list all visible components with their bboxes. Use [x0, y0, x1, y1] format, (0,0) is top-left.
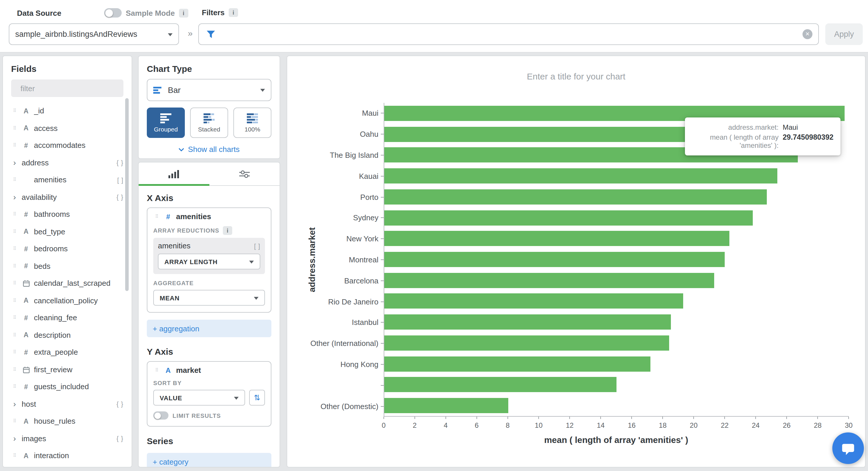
field-filter-input[interactable] — [21, 84, 123, 93]
bar-porto[interactable] — [384, 189, 767, 205]
sample-mode-info-icon[interactable]: i — [179, 8, 188, 17]
field-item-cleaning_fee[interactable]: ⠿#cleaning_fee — [11, 309, 123, 326]
field-item-house_rules[interactable]: ⠿Ahouse_rules — [11, 412, 123, 430]
bar-row — [384, 395, 849, 416]
string-type-icon: A — [22, 332, 30, 339]
bar-hong-kong[interactable] — [384, 356, 650, 371]
bar-blank[interactable] — [384, 377, 617, 393]
object-type-icon: { } — [116, 159, 123, 166]
drag-handle-icon: ⠿ — [11, 108, 18, 114]
field-item-description[interactable]: ⠿Adescription — [11, 326, 123, 344]
field-item-beds[interactable]: ⠿#beds — [11, 258, 123, 275]
bar-other-domestic[interactable] — [384, 398, 508, 413]
chart-subtypes: Grouped Stacked 100% — [147, 107, 271, 138]
drag-handle-icon: ⠿ — [11, 333, 18, 338]
field-item-extra_people[interactable]: ⠿#extra_people — [11, 344, 123, 361]
chart-tooltip: address.market:Mauimean ( length of arra… — [685, 117, 840, 156]
number-type-icon: # — [164, 212, 172, 221]
x-tick-12: 12 — [566, 417, 574, 430]
x-tick-6: 6 — [475, 417, 478, 430]
chart-type-panel: Chart Type Bar Grouped Stacked — [138, 56, 280, 159]
field-item-access[interactable]: ⠿Aaccess — [11, 120, 123, 137]
add-aggregation-button[interactable]: + aggregation — [147, 319, 271, 337]
tab-encodings[interactable] — [138, 163, 209, 185]
field-name: extra_people — [34, 348, 123, 357]
filter-input-box[interactable]: × — [198, 23, 819, 45]
aggregate-select[interactable]: MEAN — [153, 290, 265, 306]
tooltip-grid: address.market:Mauimean ( length of arra… — [692, 123, 834, 149]
field-item-images[interactable]: ›images{ } — [11, 430, 123, 447]
clear-filter-icon[interactable]: × — [803, 29, 812, 39]
array-reductions-info-icon[interactable]: i — [223, 226, 232, 235]
number-type-icon: # — [22, 383, 30, 390]
tab-customize[interactable] — [209, 163, 280, 185]
bar-sydney[interactable] — [384, 210, 753, 225]
bar-istanbul[interactable] — [384, 314, 671, 330]
field-item-cancellation_policy[interactable]: ⠿Acancellation_policy — [11, 292, 123, 309]
fields-list: ⠿A_id⠿Aaccess⠿#accommodates›address{ }⠿a… — [11, 102, 123, 468]
field-name: availability — [22, 193, 113, 202]
field-item-accommodates[interactable]: ⠿#accommodates — [11, 137, 123, 154]
field-item-amenities[interactable]: ⠿amenities[ ] — [11, 171, 123, 189]
apply-button[interactable]: Apply — [825, 23, 863, 45]
sort-by-select[interactable]: VALUE — [153, 390, 245, 406]
drag-handle-icon: ⠿ — [11, 229, 18, 234]
field-item-host[interactable]: ›host{ } — [11, 395, 123, 412]
fields-title: Fields — [11, 64, 123, 74]
x-axis-field[interactable]: ⠿ # amenities — [147, 208, 271, 224]
sample-mode-toggle[interactable] — [104, 8, 122, 18]
string-type-icon: A — [22, 418, 30, 425]
field-name: host — [22, 400, 113, 408]
field-item-last_review[interactable]: ⠿last_review — [11, 464, 123, 468]
array-type-icon: [ ] — [117, 176, 123, 183]
sample-mode-label: Sample Mode — [126, 8, 175, 17]
subtype-grouped-button[interactable]: Grouped — [147, 107, 185, 138]
expand-chevron-icon: › — [11, 400, 18, 408]
filter-text-input[interactable] — [221, 30, 797, 39]
bar-other-international[interactable] — [384, 335, 669, 350]
subtype-100-button[interactable]: 100% — [234, 107, 271, 138]
bar-montreal[interactable] — [384, 252, 725, 267]
add-category-button[interactable]: + category — [147, 453, 271, 468]
topbar: Data Source Sample Mode i Filters i samp… — [0, 0, 868, 53]
field-item-calendar_last_scraped[interactable]: ⠿calendar_last_scraped — [11, 275, 123, 292]
field-name: description — [34, 331, 123, 339]
number-type-icon: # — [22, 211, 30, 218]
field-item-_id[interactable]: ⠿A_id — [11, 102, 123, 120]
filter-funnel-icon — [207, 30, 215, 38]
chart-title-input[interactable]: Enter a title for your chart — [287, 71, 865, 81]
bar-kauai[interactable] — [384, 168, 778, 183]
bar-new-york[interactable] — [384, 231, 730, 246]
field-filter-box[interactable] — [11, 79, 123, 97]
field-item-bed_type[interactable]: ⠿Abed_type — [11, 223, 123, 240]
encode-tabs — [138, 163, 280, 186]
object-type-icon: { } — [116, 435, 123, 442]
category-label: Maui — [287, 103, 384, 124]
chat-launcher-button[interactable] — [832, 432, 864, 464]
tooltip-label: address.market: — [692, 123, 778, 132]
field-item-first_review[interactable]: ⠿first_review — [11, 361, 123, 378]
field-item-address[interactable]: ›address{ } — [11, 154, 123, 171]
category-label: Oahu — [287, 124, 384, 145]
bar-rio-de-janeiro[interactable] — [384, 294, 683, 309]
data-source-select[interactable]: sample_airbnb.listingsAndReviews — [9, 23, 179, 45]
field-item-interaction[interactable]: ⠿Ainteraction — [11, 447, 123, 464]
limit-results-toggle[interactable] — [153, 411, 168, 419]
category-label: The Big Island — [287, 145, 384, 166]
field-item-bathrooms[interactable]: ⠿#bathrooms — [11, 206, 123, 223]
sort-direction-button[interactable]: ⇅ — [249, 390, 265, 406]
filters-info-icon[interactable]: i — [229, 8, 238, 17]
field-item-guests_included[interactable]: ⠿#guests_included — [11, 378, 123, 395]
show-all-charts-link[interactable]: Show all charts — [147, 145, 271, 154]
bar-row — [384, 207, 849, 228]
subtype-stacked-button[interactable]: Stacked — [190, 107, 228, 138]
x-axis-label: mean ( length of array 'amenities' ) — [384, 435, 849, 445]
chart-type-select[interactable]: Bar — [147, 79, 271, 101]
field-item-availability[interactable]: ›availability{ } — [11, 189, 123, 206]
fields-scrollbar[interactable] — [125, 98, 129, 291]
sort-by-label: SORT BY — [153, 380, 265, 386]
bar-barcelona[interactable] — [384, 273, 714, 288]
y-axis-field[interactable]: ⠿ A market — [147, 362, 271, 377]
array-reduction-select[interactable]: ARRAY LENGTH — [158, 254, 260, 269]
field-item-bedrooms[interactable]: ⠿#bedrooms — [11, 240, 123, 258]
